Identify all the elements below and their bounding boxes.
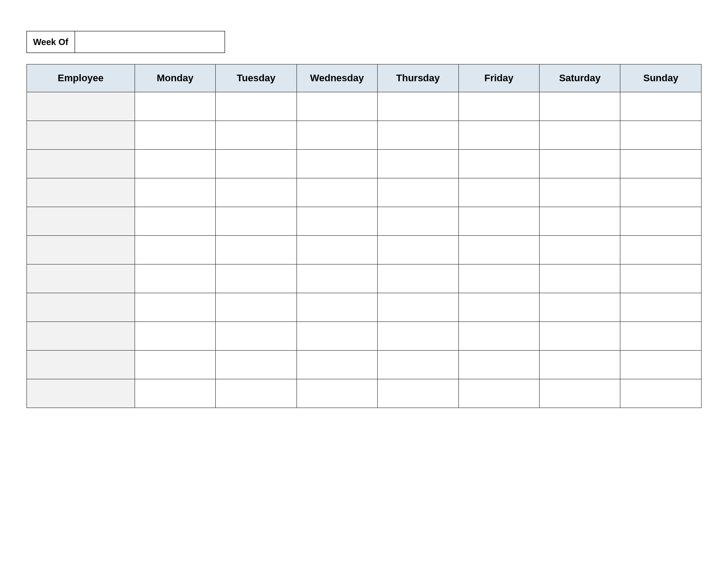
schedule-cell[interactable]	[620, 178, 702, 207]
schedule-cell[interactable]	[378, 150, 458, 178]
day-header-friday: Friday	[458, 64, 539, 92]
schedule-cell[interactable]	[296, 379, 377, 408]
schedule-cell[interactable]	[216, 150, 296, 178]
day-header-saturday: Saturday	[539, 64, 620, 92]
schedule-cell[interactable]	[135, 293, 215, 322]
table-row	[27, 379, 702, 408]
schedule-cell[interactable]	[135, 207, 215, 236]
schedule-cell[interactable]	[378, 293, 458, 322]
schedule-cell[interactable]	[216, 207, 296, 236]
schedule-cell[interactable]	[216, 236, 296, 264]
table-row	[27, 264, 702, 293]
schedule-cell[interactable]	[135, 322, 215, 351]
employee-cell[interactable]	[27, 322, 135, 351]
schedule-cell[interactable]	[378, 322, 458, 351]
schedule-cell[interactable]	[378, 178, 458, 207]
schedule-cell[interactable]	[378, 379, 458, 408]
schedule-cell[interactable]	[378, 207, 458, 236]
schedule-cell[interactable]	[620, 379, 702, 408]
schedule-cell[interactable]	[296, 92, 377, 121]
schedule-cell[interactable]	[539, 207, 620, 236]
employee-cell[interactable]	[27, 264, 135, 293]
schedule-cell[interactable]	[378, 92, 458, 121]
schedule-cell[interactable]	[539, 293, 620, 322]
schedule-cell[interactable]	[458, 178, 539, 207]
schedule-cell[interactable]	[620, 207, 702, 236]
schedule-cell[interactable]	[458, 322, 539, 351]
day-header-tuesday: Tuesday	[216, 64, 296, 92]
schedule-cell[interactable]	[378, 236, 458, 264]
schedule-cell[interactable]	[458, 293, 539, 322]
schedule-cell[interactable]	[539, 236, 620, 264]
schedule-cell[interactable]	[458, 207, 539, 236]
table-row	[27, 150, 702, 178]
schedule-cell[interactable]	[620, 150, 702, 178]
schedule-cell[interactable]	[135, 92, 215, 121]
table-row	[27, 322, 702, 351]
schedule-cell[interactable]	[458, 379, 539, 408]
schedule-cell[interactable]	[216, 379, 296, 408]
schedule-cell[interactable]	[378, 264, 458, 293]
schedule-cell[interactable]	[539, 264, 620, 293]
employee-cell[interactable]	[27, 351, 135, 379]
schedule-cell[interactable]	[458, 264, 539, 293]
schedule-cell[interactable]	[620, 236, 702, 264]
schedule-cell[interactable]	[296, 207, 377, 236]
schedule-cell[interactable]	[135, 264, 215, 293]
schedule-cell[interactable]	[135, 379, 215, 408]
schedule-cell[interactable]	[135, 150, 215, 178]
schedule-cell[interactable]	[296, 121, 377, 150]
schedule-cell[interactable]	[296, 264, 377, 293]
week-of-label: Week Of	[26, 31, 75, 53]
schedule-cell[interactable]	[378, 351, 458, 379]
schedule-cell[interactable]	[296, 150, 377, 178]
schedule-cell[interactable]	[135, 121, 215, 150]
schedule-cell[interactable]	[620, 92, 702, 121]
schedule-cell[interactable]	[539, 178, 620, 207]
schedule-cell[interactable]	[539, 92, 620, 121]
employee-cell[interactable]	[27, 92, 135, 121]
schedule-cell[interactable]	[135, 236, 215, 264]
schedule-cell[interactable]	[539, 121, 620, 150]
schedule-cell[interactable]	[458, 150, 539, 178]
schedule-cell[interactable]	[458, 92, 539, 121]
employee-cell[interactable]	[27, 379, 135, 408]
schedule-cell[interactable]	[216, 92, 296, 121]
schedule-cell[interactable]	[539, 322, 620, 351]
schedule-cell[interactable]	[458, 351, 539, 379]
schedule-cell[interactable]	[539, 150, 620, 178]
schedule-cell[interactable]	[458, 121, 539, 150]
schedule-cell[interactable]	[620, 293, 702, 322]
employee-cell[interactable]	[27, 236, 135, 264]
schedule-cell[interactable]	[216, 121, 296, 150]
schedule-cell[interactable]	[296, 236, 377, 264]
day-header-wednesday: Wednesday	[296, 64, 377, 92]
schedule-cell[interactable]	[296, 293, 377, 322]
employee-cell[interactable]	[27, 178, 135, 207]
schedule-cell[interactable]	[216, 178, 296, 207]
schedule-cell[interactable]	[620, 351, 702, 379]
schedule-cell[interactable]	[620, 322, 702, 351]
schedule-cell[interactable]	[135, 178, 215, 207]
schedule-cell[interactable]	[296, 178, 377, 207]
schedule-cell[interactable]	[620, 264, 702, 293]
schedule-cell[interactable]	[216, 351, 296, 379]
schedule-cell[interactable]	[135, 351, 215, 379]
schedule-cell[interactable]	[620, 121, 702, 150]
employee-cell[interactable]	[27, 293, 135, 322]
schedule-cell[interactable]	[539, 351, 620, 379]
week-of-container: Week Of	[26, 31, 702, 53]
schedule-cell[interactable]	[216, 293, 296, 322]
employee-cell[interactable]	[27, 121, 135, 150]
week-of-input[interactable]	[75, 31, 225, 53]
employee-cell[interactable]	[27, 150, 135, 178]
schedule-cell[interactable]	[216, 264, 296, 293]
schedule-cell[interactable]	[539, 379, 620, 408]
schedule-cell[interactable]	[296, 322, 377, 351]
table-row	[27, 92, 702, 121]
schedule-cell[interactable]	[458, 236, 539, 264]
schedule-cell[interactable]	[216, 322, 296, 351]
schedule-cell[interactable]	[296, 351, 377, 379]
employee-cell[interactable]	[27, 207, 135, 236]
schedule-cell[interactable]	[378, 121, 458, 150]
